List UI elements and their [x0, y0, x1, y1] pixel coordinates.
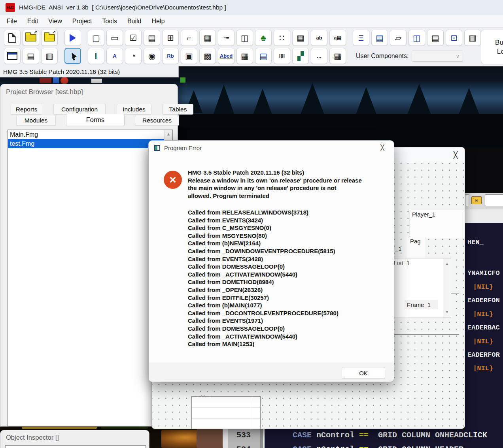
ipaddress-button[interactable]: IIII: [274, 48, 290, 64]
page-control-fragment[interactable]: Pag: [407, 237, 425, 258]
treeview-control-button[interactable]: Ξ: [353, 30, 369, 46]
player-button[interactable]: ▩: [199, 48, 216, 64]
getbox-button[interactable]: Rb: [162, 48, 179, 64]
file-item-main.fmg[interactable]: Main.Fmg: [8, 130, 166, 139]
datepicker-control-button[interactable]: ▦: [292, 30, 309, 46]
code-fragment: |NIL}: [473, 338, 493, 345]
datagrid-button[interactable]: ▦: [329, 48, 346, 64]
font-button[interactable]: A: [106, 48, 123, 64]
tab-forms[interactable]: Forms: [66, 114, 125, 126]
error-dialog-app-icon: [154, 145, 160, 151]
editor-code-panel-right[interactable]: HEN_YNAMICFO|NIL}EADERFON|NIL}EADERBAC|N…: [465, 223, 503, 429]
object-inspector-title: Object Inspector []: [6, 434, 59, 441]
tab-configuration[interactable]: Configuration: [53, 104, 106, 115]
slider-control-button[interactable]: ╼: [218, 30, 234, 46]
propgrid-button[interactable]: ▤: [255, 48, 272, 64]
build-log-button-label: Log: [497, 48, 503, 56]
designer-close-icon[interactable]: ╳: [451, 151, 460, 159]
library-button[interactable]: ‖: [88, 48, 104, 64]
find-in-files-icon[interactable]: ∞: [471, 196, 482, 204]
pager-control-icon: ⊡: [450, 34, 458, 42]
report-button[interactable]: ▤: [23, 48, 39, 64]
combobox-control-button[interactable]: ⊞: [162, 30, 179, 46]
editbox-control-icon: a▤: [334, 35, 342, 40]
user-components-dropdown[interactable]: ∨: [412, 51, 463, 62]
ok-button[interactable]: OK: [342, 367, 385, 379]
animate-button[interactable]: ▞: [292, 48, 309, 64]
grid-control-button[interactable]: ▦: [199, 30, 216, 46]
timer-button[interactable]: ◔: [125, 48, 142, 64]
timer-icon: ◔: [131, 52, 136, 60]
listview-control-button[interactable]: ▤: [371, 30, 388, 46]
player-control[interactable]: Player_1: [410, 210, 465, 238]
scroll-up-icon[interactable]: ▲: [165, 130, 172, 138]
menu-edit[interactable]: Edit: [22, 15, 43, 28]
menu-help[interactable]: Help: [146, 15, 170, 28]
browse-button[interactable]: ▣: [181, 48, 197, 64]
radiogroup-button[interactable]: ◉: [144, 48, 160, 64]
spinner-control-icon: ◫: [241, 34, 249, 42]
error-icon: ×: [164, 171, 182, 189]
menu-tools[interactable]: Tools: [97, 15, 122, 28]
menu-project[interactable]: Project: [67, 15, 97, 28]
pager-control-button[interactable]: ⊡: [446, 30, 462, 46]
form-window-button[interactable]: [4, 48, 21, 64]
textbox-control-button[interactable]: ab: [311, 30, 327, 46]
error-dialog-title-bar: Program Error: [149, 141, 394, 155]
textbox-control-icon: ab: [316, 35, 322, 40]
object-inspector-panel[interactable]: [5, 445, 146, 448]
editor-code-lines[interactable]: CASE nControl == _GRID_COLUMN_ONHEADCLIC…: [265, 429, 503, 448]
tab-resources[interactable]: Resources: [135, 115, 179, 126]
stack-trace-line: Called from (b)MAIN(1077): [188, 301, 388, 309]
tab-reports[interactable]: Reports: [11, 104, 42, 115]
label-control-button[interactable]: ▭: [106, 30, 123, 46]
open-project-button[interactable]: [23, 30, 39, 46]
frame-control[interactable]: Frame_1: [405, 300, 438, 309]
editor-search-input[interactable]: [485, 194, 503, 206]
list-control-scrollbar: ▲ ▼: [443, 258, 451, 318]
stack-trace-line: Called from EVENTS(1971): [188, 317, 388, 325]
richlist-control-button[interactable]: ▤: [427, 30, 444, 46]
image-control-button[interactable]: ♣: [255, 30, 272, 46]
label-control-icon: ▭: [111, 34, 119, 42]
editbox-control-button[interactable]: a▤: [329, 30, 346, 46]
tab-modules[interactable]: Modules: [16, 115, 56, 126]
columns-control-button[interactable]: ▥: [464, 30, 481, 46]
statusbar-button[interactable]: …: [311, 48, 327, 64]
menu-file[interactable]: File: [2, 15, 22, 28]
window-title: HMG-IDE ANSI ver 1.3b [ C:\Users\joseq\O…: [19, 4, 226, 11]
progressbar-control-button[interactable]: ▱: [390, 30, 407, 46]
tabcontrol-button[interactable]: ◫: [408, 30, 425, 46]
font-icon: A: [113, 53, 116, 58]
menu-build[interactable]: Build: [122, 15, 147, 28]
listbox-control-button[interactable]: ▤: [144, 30, 160, 46]
tab-tables[interactable]: Tables: [163, 104, 193, 115]
error-stack-trace: Called from RELEASEALLWINDOWS(3718)Calle…: [188, 209, 388, 348]
hyperlink-button[interactable]: Abcd: [218, 48, 234, 64]
select-pointer-button[interactable]: [64, 48, 81, 64]
grid-control[interactable]: [191, 396, 261, 429]
save-button[interactable]: [41, 30, 58, 46]
app-logo-icon: HMG: [6, 3, 15, 12]
monthcal-button[interactable]: ▦: [236, 48, 253, 64]
line-control-button[interactable]: ⌐: [181, 30, 197, 46]
monthcal-icon: ▦: [241, 52, 249, 60]
menu-view[interactable]: View: [43, 15, 67, 28]
tree-control-button[interactable]: ∷: [274, 30, 290, 46]
radiogroup-icon: ◉: [148, 52, 155, 60]
stack-trace-line: Called from _DOWINDOWEVENTPROCEDURE(5815…: [188, 247, 388, 255]
print-button[interactable]: ▥: [41, 48, 58, 64]
error-dialog-close-icon[interactable]: ╳: [378, 144, 387, 151]
browse-icon: ▣: [185, 52, 193, 60]
new-file-button[interactable]: [4, 30, 21, 46]
run-button[interactable]: [64, 30, 81, 46]
desktop-icon-fragment: [91, 79, 102, 83]
file-item-test.fmg[interactable]: test.Fmg: [8, 139, 166, 148]
checkbox-control-button[interactable]: ☑: [125, 30, 142, 46]
ipaddress-icon: IIII: [279, 53, 285, 58]
window-control-button[interactable]: ▢: [88, 30, 104, 46]
spinner-control-button[interactable]: ◫: [236, 30, 253, 46]
tab-includes[interactable]: Includes: [117, 104, 151, 115]
build-log-button[interactable]: BuildLog: [481, 30, 503, 64]
code-fragment: HEN_: [467, 239, 484, 246]
